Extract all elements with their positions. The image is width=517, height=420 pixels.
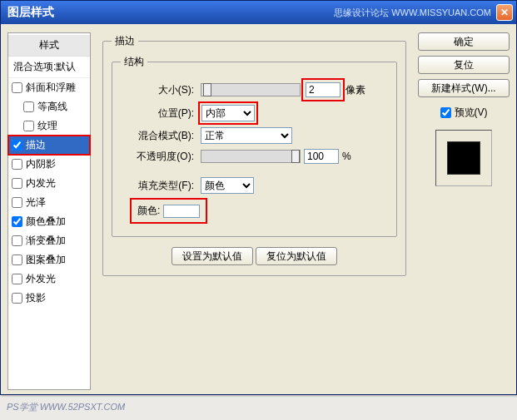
stroke-fieldset: 描边 结构 大小(S): 像素 位置(P): [102, 34, 406, 276]
style-item[interactable]: 斜面和浮雕 [8, 78, 90, 97]
style-label: 描边 [26, 138, 46, 152]
style-item[interactable]: 颜色叠加 [8, 212, 90, 231]
blendmode-label: 混合模式(B): [121, 129, 194, 143]
styles-list: 样式 混合选项:默认 斜面和浮雕等高线纹理描边内阴影内发光光泽颜色叠加渐变叠加图… [7, 32, 91, 390]
preview-label: 预览(V) [455, 106, 488, 120]
color-swatch[interactable] [163, 205, 200, 218]
style-checkbox[interactable] [12, 159, 22, 170]
set-default-button[interactable]: 设置为默认值 [172, 247, 253, 265]
structure-fieldset: 结构 大小(S): 像素 位置(P): 内部 [112, 55, 397, 237]
size-slider[interactable] [201, 83, 301, 96]
close-icon: ✕ [500, 7, 509, 18]
style-item[interactable]: 描边 [8, 136, 90, 155]
style-item[interactable]: 投影 [8, 289, 90, 308]
filltype-select[interactable]: 颜色 [201, 177, 254, 194]
structure-legend: 结构 [121, 55, 147, 69]
size-unit: 像素 [345, 83, 365, 97]
action-buttons: 确定 复位 新建样式(W)... 预览(V) [418, 32, 510, 386]
style-checkbox[interactable] [23, 121, 34, 131]
close-button[interactable]: ✕ [496, 4, 513, 21]
opacity-slider[interactable] [201, 150, 301, 163]
style-item[interactable]: 图案叠加 [8, 250, 90, 269]
style-item[interactable]: 等高线 [8, 97, 90, 116]
style-checkbox[interactable] [12, 235, 22, 246]
style-label: 渐变叠加 [26, 234, 66, 248]
style-checkbox[interactable] [12, 140, 22, 151]
blendmode-select[interactable]: 正常 [201, 127, 292, 144]
style-checkbox[interactable] [12, 254, 22, 265]
style-label: 光泽 [26, 195, 46, 210]
stroke-legend: 描边 [112, 34, 138, 48]
layer-style-dialog: 图层样式 思缘设计论坛 WWW.MISSYUAN.COM ✕ 样式 混合选项:默… [0, 0, 517, 395]
ok-button[interactable]: 确定 [418, 32, 510, 51]
style-label: 斜面和浮雕 [26, 81, 76, 95]
style-label: 外发光 [26, 272, 56, 286]
titlebar: 图层样式 思缘设计论坛 WWW.MISSYUAN.COM ✕ [1, 1, 516, 24]
preview-swatch [447, 141, 480, 175]
opacity-label: 不透明度(O): [121, 150, 194, 164]
blend-options-item[interactable]: 混合选项:默认 [8, 57, 90, 78]
opacity-unit: % [342, 151, 351, 162]
color-label: 颜色: [137, 204, 160, 218]
titlebar-meta: 思缘设计论坛 WWW.MISSYUAN.COM [334, 7, 491, 19]
position-select[interactable]: 内部 [201, 105, 255, 121]
preview-checkbox[interactable] [440, 107, 451, 118]
style-label: 投影 [26, 291, 46, 305]
style-label: 等高线 [37, 100, 67, 114]
style-label: 内阴影 [26, 157, 56, 171]
stroke-panel: 描边 结构 大小(S): 像素 位置(P): [97, 32, 411, 386]
watermark: PS学堂 WWW.52PSXT.COM [7, 401, 125, 413]
style-label: 纹理 [37, 119, 57, 133]
style-checkbox[interactable] [23, 101, 34, 112]
style-checkbox[interactable] [12, 293, 22, 304]
style-checkbox[interactable] [12, 82, 22, 93]
style-item[interactable]: 光泽 [8, 193, 90, 212]
size-label: 大小(S): [121, 83, 194, 97]
style-item[interactable]: 外发光 [8, 269, 90, 289]
style-label: 图案叠加 [26, 253, 66, 267]
dialog-title: 图层样式 [4, 5, 54, 20]
style-item[interactable]: 内阴影 [8, 155, 90, 174]
style-checkbox[interactable] [12, 216, 22, 227]
preview-thumbnail [435, 130, 492, 186]
styles-header[interactable]: 样式 [8, 35, 90, 57]
style-checkbox[interactable] [12, 197, 22, 208]
style-label: 颜色叠加 [26, 215, 66, 229]
style-checkbox[interactable] [12, 178, 22, 189]
filltype-label: 填充类型(F): [121, 179, 194, 193]
position-label: 位置(P): [121, 106, 194, 121]
new-style-button[interactable]: 新建样式(W)... [418, 79, 510, 97]
style-item[interactable]: 内发光 [8, 174, 90, 193]
size-input[interactable] [306, 82, 341, 97]
cancel-button[interactable]: 复位 [418, 56, 510, 74]
style-checkbox[interactable] [12, 274, 22, 284]
style-label: 内发光 [26, 176, 56, 190]
reset-default-button[interactable]: 复位为默认值 [256, 247, 337, 265]
style-item[interactable]: 渐变叠加 [8, 231, 90, 250]
opacity-input[interactable] [304, 149, 339, 164]
style-item[interactable]: 纹理 [8, 116, 90, 136]
